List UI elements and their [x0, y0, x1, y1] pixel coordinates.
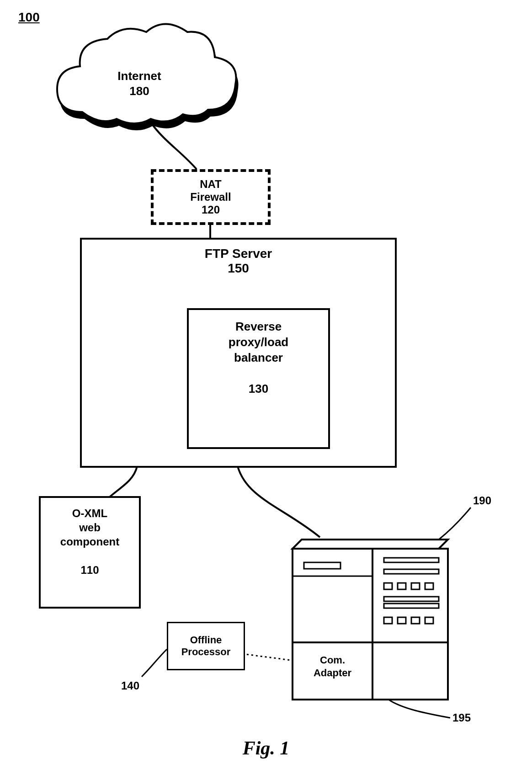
- callout-140: 140: [121, 679, 139, 693]
- rplb-ref: 130: [189, 381, 328, 397]
- figure-caption: Fig. 1: [0, 736, 532, 760]
- callout-leader-140: [142, 649, 167, 677]
- oxml-box: O-XML web component 110: [39, 496, 141, 609]
- connector-internet-to-nat: [151, 123, 197, 169]
- svg-rect-11: [411, 583, 420, 589]
- svg-rect-8: [384, 569, 439, 574]
- callout-leader-190: [439, 508, 471, 540]
- connector-offline-to-com: [242, 654, 295, 661]
- oxml-label: O-XML web component: [41, 506, 139, 549]
- offline-label: Offline Processor: [181, 634, 231, 658]
- offline-processor-box: Offline Processor: [167, 622, 245, 670]
- svg-marker-0: [293, 540, 448, 549]
- connector-ftp-to-computer: [238, 466, 320, 537]
- svg-rect-12: [425, 583, 433, 589]
- svg-rect-15: [384, 617, 392, 624]
- svg-rect-17: [411, 617, 420, 624]
- diagram-canvas: 100: [0, 0, 532, 775]
- svg-rect-7: [384, 558, 439, 562]
- svg-rect-16: [398, 617, 406, 624]
- com-adapter-label: Com. Adapter: [297, 654, 368, 679]
- callout-195: 195: [452, 711, 471, 725]
- nat-firewall-box: NAT Firewall 120: [151, 169, 271, 225]
- svg-rect-13: [384, 597, 439, 601]
- callout-190: 190: [473, 494, 491, 508]
- ftp-ref: 150: [228, 261, 249, 275]
- svg-rect-9: [384, 583, 392, 589]
- callout-leader-195: [388, 700, 450, 718]
- internet-ref: 180: [129, 84, 149, 98]
- nat-label: NAT Firewall: [190, 178, 231, 203]
- svg-rect-14: [384, 604, 439, 608]
- internet-label: Internet 180: [98, 69, 181, 98]
- svg-rect-10: [398, 583, 406, 589]
- ftp-label: FTP Server: [205, 246, 272, 261]
- svg-rect-18: [425, 617, 433, 624]
- com-text: Com. Adapter: [314, 654, 351, 679]
- oxml-ref: 110: [41, 563, 139, 577]
- nat-ref: 120: [202, 203, 220, 216]
- svg-rect-5: [304, 562, 340, 569]
- internet-text: Internet: [117, 69, 161, 83]
- reverse-proxy-box: Reverse proxy/load balancer 130: [187, 308, 330, 449]
- rplb-label: Reverse proxy/load balancer: [189, 319, 328, 365]
- ftp-server-box: FTP Server 150 Reverse proxy/load balanc…: [80, 238, 397, 468]
